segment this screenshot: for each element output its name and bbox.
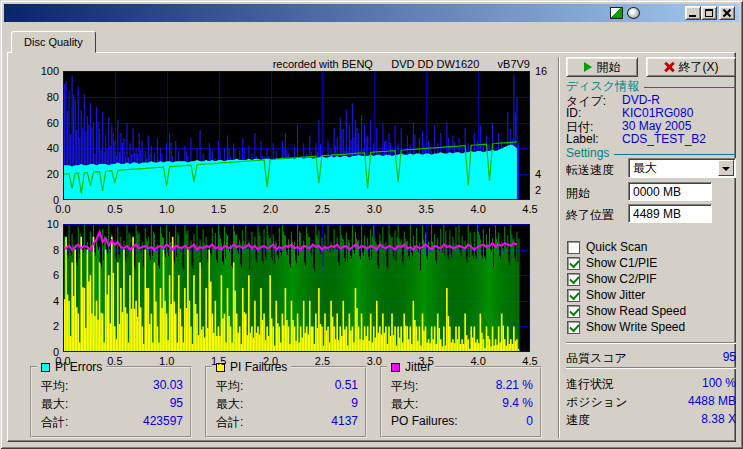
checkbox-label: Show Write Speed [586, 320, 685, 334]
jitter-chart [63, 224, 530, 352]
speed-value: 8.38 X [566, 412, 736, 426]
close-icon [723, 9, 731, 17]
disc-type-value: DVD-R [622, 93, 660, 107]
start-button-label: 開始 [597, 59, 621, 76]
close-button[interactable] [719, 6, 735, 20]
max-value: 9.4 % [502, 396, 533, 413]
axis-tick: 20 [26, 168, 59, 180]
speed-select-value: 最大 [629, 160, 718, 177]
settings-header-label: Settings [566, 146, 609, 160]
axis-tick: 4.0 [463, 203, 493, 215]
max-label: 最大: [216, 396, 243, 413]
axis-tick: 4.0 [463, 355, 493, 367]
jitter-box: Jitter 平均:8.21 % 最大:9.4 % PO Failures:0 [380, 366, 542, 438]
tab-disc-quality[interactable]: Disc Quality [11, 31, 96, 53]
checkbox-show-c1-pie[interactable]: Show C1/PIE [567, 256, 657, 270]
section-line [644, 87, 736, 88]
checkbox-box[interactable] [567, 321, 580, 334]
checkbox-label: Show Jitter [586, 288, 645, 302]
checkbox-show-read-speed[interactable]: Show Read Speed [567, 304, 686, 318]
axis-tick: 2 [26, 320, 59, 332]
axis-tick: 3.5 [411, 355, 441, 367]
section-line [614, 154, 736, 155]
total-value: 423597 [143, 414, 183, 431]
disc-id-label: ID: [566, 106, 581, 120]
checkbox-label: Show C2/PIF [586, 272, 657, 286]
axis-tick: 10 [26, 218, 59, 230]
axis-tick: 3.0 [359, 203, 389, 215]
start-position-input[interactable] [628, 182, 712, 201]
start-button[interactable]: 開始 [566, 57, 638, 77]
checkbox-show-write-speed[interactable]: Show Write Speed [567, 320, 685, 334]
axis-tick: 6 [26, 269, 59, 281]
checkbox-box[interactable] [567, 241, 580, 254]
axis-tick: 0.5 [100, 355, 130, 367]
speed-select[interactable]: 最大 [628, 158, 736, 178]
max-label: 最大: [41, 396, 68, 413]
axis-tick: 3.0 [359, 355, 389, 367]
checkbox-label: Show Read Speed [586, 304, 686, 318]
axis-tick: 80 [26, 91, 59, 103]
speed-select-label: 転送速度 [566, 162, 614, 179]
max-label: 最大: [391, 396, 418, 413]
quality-chart [63, 71, 530, 200]
axis-tick: 4 [535, 168, 559, 180]
position-value: 4488 MB [566, 394, 736, 408]
axis-tick: 60 [26, 117, 59, 129]
axis-tick: 2.5 [307, 203, 337, 215]
axis-tick: 2.0 [256, 355, 286, 367]
axis-tick: 2.0 [256, 203, 286, 215]
checkbox-box[interactable] [567, 273, 580, 286]
document-icon[interactable] [610, 7, 623, 19]
end-position-label: 終了位置 [566, 207, 614, 224]
checkbox-label: Show C1/PIE [586, 256, 657, 270]
axis-tick: 4.5 [515, 203, 545, 215]
disc-id-value: KIC01RG080 [622, 106, 693, 120]
axis-tick: 100 [26, 65, 59, 77]
tab-label: Disc Quality [24, 36, 83, 48]
axis-tick: 4 [26, 295, 59, 307]
disc-icon[interactable] [627, 7, 640, 19]
axis-tick: 1.5 [204, 355, 234, 367]
avg-value: 30.03 [153, 378, 183, 395]
divider [566, 342, 736, 344]
end-position-input[interactable] [628, 204, 712, 223]
quality-score-value: 95 [566, 350, 736, 364]
axis-tick: 3.5 [411, 203, 441, 215]
po-failures-value: 0 [526, 414, 533, 428]
axis-tick: 4.5 [515, 355, 545, 367]
checkbox-quick-scan[interactable]: Quick Scan [567, 240, 647, 254]
panel-separator [558, 57, 560, 438]
checkbox-show-c2-pif[interactable]: Show C2/PIF [567, 272, 657, 286]
axis-tick: 2 [535, 184, 559, 196]
checkbox-label: Quick Scan [586, 240, 647, 254]
axis-tick: 1.0 [152, 355, 182, 367]
exit-button[interactable]: 終了(X) [646, 57, 736, 77]
disc-label-label: Label: [566, 132, 599, 146]
start-position-label: 開始 [566, 185, 590, 202]
disc-label-value: CDS_TEST_B2 [622, 132, 706, 146]
axis-tick: 0.0 [48, 203, 78, 215]
checkbox-box[interactable] [567, 305, 580, 318]
axis-tick: 40 [26, 142, 59, 154]
pi-failures-box: PI Failures 平均:0.51 最大:9 合計:4137 [205, 366, 367, 438]
checkbox-box[interactable] [567, 289, 580, 302]
axis-tick: 0.5 [100, 203, 130, 215]
minimize-button[interactable] [685, 6, 701, 20]
axis-tick: 1.5 [204, 203, 234, 215]
axis-tick: 2.5 [307, 355, 337, 367]
max-value: 95 [170, 396, 183, 413]
exit-icon [664, 62, 674, 72]
avg-value: 8.21 % [496, 378, 533, 395]
total-label: 合計: [216, 414, 243, 431]
jitter-swatch [391, 363, 400, 372]
chart-note: recorded with BENQ DVD DD DW1620 vB7V9 [220, 58, 530, 70]
chevron-down-icon[interactable] [718, 160, 734, 176]
checkbox-box[interactable] [567, 257, 580, 270]
avg-label: 平均: [41, 378, 68, 395]
divider [566, 367, 736, 369]
checkbox-show-jitter[interactable]: Show Jitter [567, 288, 645, 302]
total-value: 4137 [331, 414, 358, 431]
maximize-button[interactable] [701, 6, 717, 20]
start-icon [584, 62, 592, 72]
